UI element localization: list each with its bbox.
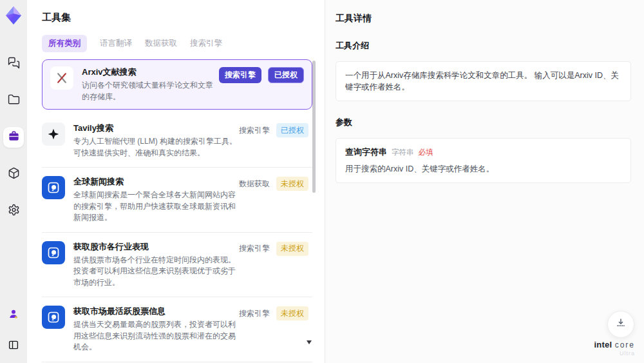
brand-intel: intel — [594, 340, 612, 349]
folder-icon — [8, 93, 20, 108]
param-name: 查询字符串 — [345, 146, 387, 158]
newsblue-icon — [42, 176, 65, 199]
app-window: 工具集 所有类别语言翻译数据获取搜索引擎 Arxiv文献搜索 访问各个研究领域大… — [0, 0, 644, 363]
tab-0[interactable]: 所有类别 — [42, 35, 87, 52]
param-type: 字符串 — [392, 148, 414, 157]
sidebar-item-chat[interactable] — [3, 54, 24, 74]
box-icon — [8, 167, 20, 182]
newsblue-icon — [42, 306, 65, 329]
tool-list-panel: 工具集 所有类别语言翻译数据获取搜索引擎 Arxiv文献搜索 访问各个研究领域大… — [27, 0, 325, 363]
tool-row[interactable]: 获取股市各行业表现 提供股票市场各个行业在特定时间段内的表现。投资者可以利用这些… — [42, 233, 312, 298]
category-badge: 搜索引擎 — [219, 67, 261, 83]
auth-badge: 未授权 — [276, 177, 308, 191]
auth-badge: 未授权 — [276, 242, 308, 256]
tool-desc: 提供股票市场各个行业在特定时间段内的表现。投资者可以利用这些信息来识别表现优于或… — [73, 255, 239, 289]
tool-row[interactable]: 全球新闻搜索 全球新闻搜索是一个聚合全球各大新闻网站内容的搜索引擎，帮助用户快速… — [42, 168, 312, 233]
list-scrollbar[interactable] — [312, 61, 316, 193]
params-heading: 参数 — [336, 117, 631, 128]
page-title: 工具集 — [42, 12, 325, 24]
brand-core: core — [615, 340, 635, 349]
toolbox-icon — [8, 130, 20, 145]
tool-desc: 专为人工智能代理 (LLM) 构建的搜索引擎工具。可快速提供实时、准确和真实的结… — [73, 136, 239, 159]
brand-ultra: Ultra — [594, 349, 635, 357]
sidebar-item-account[interactable] — [3, 305, 24, 326]
tool-name: Tavily搜索 — [73, 123, 239, 134]
sidebar-item-packages[interactable] — [3, 164, 24, 184]
tool-desc: 访问各个研究领域大量科学论文和文章的存储库。 — [82, 80, 219, 103]
panel-left-icon — [8, 339, 19, 353]
sidebar-item-tools[interactable] — [3, 127, 24, 148]
tool-name: 全球新闻搜索 — [73, 176, 239, 188]
tool-detail-panel: 工具详情 工具介绍 一个用于从Arxiv存储库搜索科学论文和文章的工具。 输入可… — [325, 0, 644, 363]
param-desc: 用于搜索的Arxiv ID、关键字或作者姓名。 — [345, 164, 621, 175]
tool-desc: 提供当天交易量最高的股票列表，投资者可以利用这些信息来识别流动性强的股票和潜在的… — [73, 319, 239, 353]
sidebar-item-collapse[interactable] — [3, 336, 24, 357]
tool-row[interactable]: 获取市场最活跃股票信息 提供当天交易量最高的股票列表，投资者可以利用这些信息来识… — [42, 297, 312, 362]
tool-desc: 全球新闻搜索是一个聚合全球各大新闻网站内容的搜索引擎，帮助用户快速获取全球最新资… — [73, 190, 239, 224]
intro-heading: 工具介绍 — [336, 40, 631, 52]
sidebar-item-settings[interactable] — [3, 201, 24, 221]
tool-row[interactable]: Arxiv文献搜索 访问各个研究领域大量科学论文和文章的存储库。 搜索引擎 已授… — [42, 59, 312, 110]
tool-name: 获取市场最活跃股票信息 — [73, 306, 239, 317]
auth-badge: 已授权 — [276, 123, 308, 137]
newsblue-icon — [42, 241, 65, 264]
download-button[interactable] — [607, 311, 634, 338]
category-badge: 数据获取 — [239, 179, 270, 190]
category-tabs: 所有类别语言翻译数据获取搜索引擎 — [42, 35, 325, 52]
tab-1[interactable]: 语言翻译 — [100, 35, 132, 52]
user-icon — [8, 308, 19, 322]
auth-badge: 未授权 — [276, 306, 308, 320]
intel-core-logo: intel core Ultra — [594, 340, 635, 357]
app-logo-icon — [5, 6, 22, 28]
tool-list: Arxiv文献搜索 访问各个研究领域大量科学论文和文章的存储库。 搜索引擎 已授… — [42, 59, 312, 363]
sidebar — [0, 0, 27, 363]
tab-3[interactable]: 搜索引擎 — [190, 35, 222, 52]
tool-row[interactable]: Tavily搜索 专为人工智能代理 (LLM) 构建的搜索引擎工具。可快速提供实… — [42, 114, 312, 168]
chat-icon — [8, 57, 20, 72]
category-badge: 搜索引擎 — [239, 243, 270, 254]
category-badge: 搜索引擎 — [239, 125, 270, 136]
tab-2[interactable]: 数据获取 — [145, 35, 177, 52]
detail-title: 工具详情 — [336, 13, 631, 25]
category-badge: 搜索引擎 — [239, 308, 270, 319]
tool-name: 获取股市各行业表现 — [73, 241, 239, 253]
intro-text: 一个用于从Arxiv存储库搜索科学论文和文章的工具。 输入可以是Arxiv ID… — [345, 70, 621, 93]
gear-icon — [8, 204, 20, 219]
intro-box: 一个用于从Arxiv存储库搜索科学论文和文章的工具。 输入可以是Arxiv ID… — [336, 61, 631, 101]
tool-name: Arxiv文献搜索 — [82, 66, 219, 78]
auth-badge: 已授权 — [268, 67, 304, 83]
param-required-badge: 必填 — [419, 148, 433, 157]
sidebar-item-files[interactable] — [3, 90, 24, 111]
download-icon — [615, 317, 627, 331]
arxiv-icon — [50, 66, 73, 90]
scroll-caret-icon — [307, 340, 312, 344]
param-box: 查询字符串 字符串 必填 用于搜索的Arxiv ID、关键字或作者姓名。 — [336, 138, 631, 183]
tavily-icon — [42, 123, 65, 146]
